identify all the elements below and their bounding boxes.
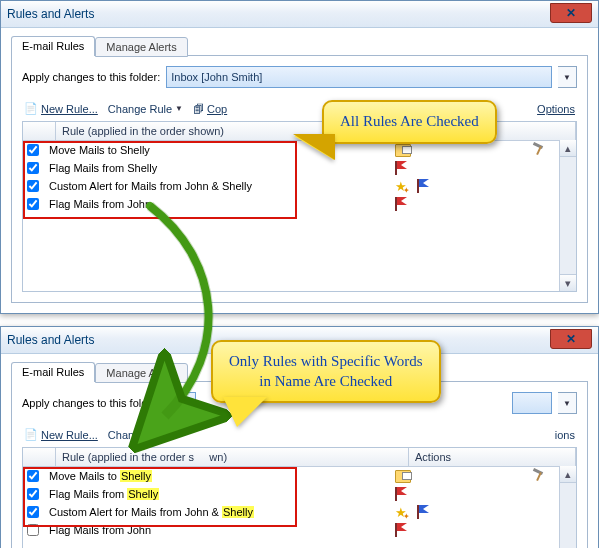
tab-manage-alerts[interactable]: Manage Alerts [95, 363, 187, 383]
rule-name: Custom Alert for Mails from John & Shell… [43, 180, 389, 192]
scrollbar[interactable]: ▴ ▾ [559, 140, 576, 291]
rule-action-icons [389, 143, 576, 157]
chevron-down-icon: ▼ [175, 104, 183, 113]
tab-panel: Apply changes to this folder: In ▼ 📄 New… [11, 381, 588, 548]
rule-checkbox[interactable] [27, 198, 39, 210]
change-rule-button[interactable]: Change R [108, 429, 158, 441]
rule-action-icons [389, 161, 576, 175]
close-icon: ✕ [566, 332, 576, 346]
chevron-down-icon: ▼ [563, 399, 571, 408]
scroll-up-icon[interactable]: ▴ [560, 140, 576, 157]
scrollbar[interactable]: ▴ ▾ [559, 466, 576, 548]
rule-name: Flag Mails from Shelly [43, 488, 389, 500]
tab-manage-alerts[interactable]: Manage Alerts [95, 37, 187, 57]
folder-label: Apply changes to this folder: [22, 71, 160, 83]
rule-action-icons [389, 197, 576, 211]
change-rule-button[interactable]: Change Rule ▼ [108, 103, 183, 115]
rule-name: Flag Mails from John [43, 198, 389, 210]
close-button[interactable]: ✕ [550, 329, 592, 349]
flag-red-icon [395, 523, 407, 537]
star-alert-icon: ★ [395, 180, 407, 193]
hammer-icon [532, 143, 546, 157]
window-title: Rules and Alerts [7, 333, 94, 347]
rule-name: Flag Mails from Shelly [43, 162, 389, 174]
flag-blue-icon [417, 179, 429, 193]
rule-checkbox[interactable] [27, 180, 39, 192]
rule-row[interactable]: Move Mails to Shelly [23, 467, 576, 485]
scroll-up-icon[interactable]: ▴ [560, 466, 576, 483]
flag-red-icon [395, 161, 407, 175]
new-rule-button[interactable]: 📄 New Rule... [24, 428, 98, 441]
folder-label: Apply changes to this folder: [22, 397, 160, 409]
flag-red-icon [395, 197, 407, 211]
copy-button[interactable]: 🗐 Cop [193, 103, 227, 115]
flag-blue-icon [417, 505, 429, 519]
tabs: E-mail Rules Manage Alerts [11, 36, 588, 56]
column-actions[interactable]: Actions [409, 448, 576, 466]
options-button[interactable]: ions [555, 429, 575, 441]
folder-move-icon [395, 470, 411, 483]
rule-row[interactable]: Custom Alert for Mails from John & Shell… [23, 503, 576, 521]
rule-name: Custom Alert for Mails from John & Shell… [43, 506, 389, 518]
column-checkbox[interactable] [23, 122, 56, 140]
callout-all-checked: All Rules Are Checked [322, 100, 497, 144]
chevron-down-icon: ▼ [563, 73, 571, 82]
rule-row[interactable]: Flag Mails from Shelly [23, 159, 576, 177]
rule-name: Move Mails to Shelly [43, 144, 389, 156]
rule-checkbox[interactable] [27, 144, 39, 156]
rule-action-icons [389, 487, 576, 501]
rule-action-icons [389, 469, 576, 483]
folder-combo-right[interactable] [512, 392, 552, 414]
rule-name: Flag Mails from John [43, 524, 389, 536]
scroll-down-icon[interactable]: ▾ [560, 274, 576, 291]
rule-action-icons: ★ [389, 179, 576, 193]
folder-combo[interactable]: Inbox [John Smith] [166, 66, 552, 88]
rule-checkbox[interactable] [27, 470, 39, 482]
star-alert-icon: ★ [395, 506, 407, 519]
rule-checkbox[interactable] [27, 162, 39, 174]
rule-row[interactable]: Flag Mails from John [23, 195, 576, 213]
column-rule[interactable]: Rule (applied in the order s wn) [56, 448, 409, 466]
options-button[interactable]: Options [537, 103, 575, 115]
tab-email-rules[interactable]: E-mail Rules [11, 36, 95, 56]
new-rule-button[interactable]: 📄 New Rule... [24, 102, 98, 115]
hammer-icon [532, 469, 546, 483]
rule-row[interactable]: Flag Mails from Shelly [23, 485, 576, 503]
tab-email-rules[interactable]: E-mail Rules [11, 362, 95, 382]
flag-red-icon [395, 487, 407, 501]
close-icon: ✕ [566, 6, 576, 20]
window-title: Rules and Alerts [7, 7, 94, 21]
callout-specific-words: Only Rules with Specific Words in Name A… [211, 340, 441, 403]
rule-name: Move Mails to Shelly [43, 470, 389, 482]
folder-combo-arrow[interactable]: ▼ [558, 66, 577, 88]
rule-checkbox[interactable] [27, 488, 39, 500]
rule-action-icons [389, 523, 576, 537]
folder-move-icon [395, 144, 411, 157]
tab-panel: Apply changes to this folder: Inbox [Joh… [11, 55, 588, 303]
rule-checkbox[interactable] [27, 506, 39, 518]
rule-row[interactable]: Flag Mails from John [23, 521, 576, 539]
folder-combo-arrow[interactable]: ▼ [558, 392, 577, 414]
rules-list: Rule (applied in the order s wn) Actions… [22, 447, 577, 548]
rule-action-icons: ★ [389, 505, 576, 519]
toolbar: 📄 New Rule... Change R ions [22, 424, 577, 447]
rule-row[interactable]: Custom Alert for Mails from John & Shell… [23, 177, 576, 195]
titlebar: Rules and Alerts ✕ [1, 1, 598, 28]
rule-checkbox[interactable] [27, 524, 39, 536]
folder-combo[interactable]: In [166, 392, 196, 414]
column-checkbox[interactable] [23, 448, 56, 466]
close-button[interactable]: ✕ [550, 3, 592, 23]
